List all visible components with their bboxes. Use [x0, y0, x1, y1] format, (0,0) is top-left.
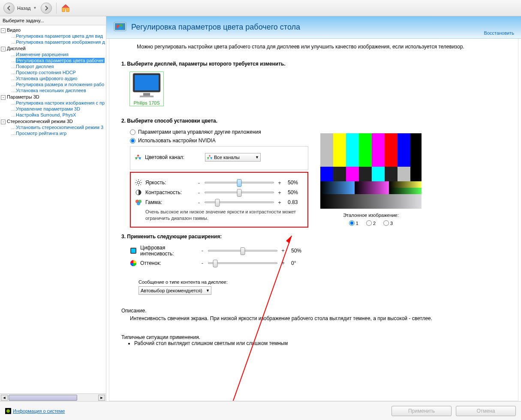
svg-rect-35	[398, 133, 410, 167]
ref-radio-2-input[interactable]	[366, 220, 372, 226]
brightness-minus[interactable]: -	[197, 180, 201, 186]
gamma-value: 0.83	[288, 199, 303, 205]
content-type-dropdown[interactable]: Автовыбор (рекомендуется) ▼	[139, 286, 211, 295]
digital-thumb[interactable]	[241, 247, 245, 255]
treeview[interactable]: -Видео…Регулировка параметров цвета для …	[0, 25, 106, 393]
apply-button[interactable]: Применить	[392, 406, 452, 416]
svg-marker-10	[135, 157, 138, 160]
tree-toggle[interactable]: -	[1, 95, 6, 100]
monitor-label: Philips 170S	[130, 100, 163, 105]
tree-link[interactable]: Просмотр состояния HDCP	[16, 70, 76, 75]
svg-rect-44	[398, 167, 410, 181]
brightness-plus[interactable]: +	[277, 180, 282, 186]
reference-image	[320, 133, 422, 209]
tree-link[interactable]: Установка цифрового аудио	[16, 76, 77, 81]
hue-slider[interactable]	[208, 262, 277, 264]
restore-link[interactable]: Восстановить	[484, 30, 514, 36]
gamma-minus[interactable]: -	[197, 199, 201, 206]
hue-thumb[interactable]	[213, 260, 218, 267]
ref-radio-1[interactable]: 1	[349, 220, 358, 226]
tree-link[interactable]: Просмотр рейтинга игр	[16, 131, 66, 136]
radio-other-apps[interactable]: Параметрами цвета управляют другие прило…	[130, 129, 308, 135]
tree-toggle[interactable]: -	[1, 47, 6, 51]
scroll-thumb[interactable]	[9, 395, 77, 401]
content: Регулировка параметров цвета рабочего ст…	[106, 16, 521, 401]
tree-category[interactable]: Дисплей	[7, 46, 26, 51]
sidebar-title: Выберите задачу...	[0, 16, 106, 25]
monitor-thumbnail[interactable]: Philips 170S	[130, 72, 163, 106]
radio-nvidia[interactable]: Использовать настройки NVIDIA	[130, 138, 308, 144]
digital-plus[interactable]: +	[281, 247, 285, 254]
tree-link[interactable]: Регулировка размера и положения рабо	[16, 82, 104, 87]
scroll-left-icon[interactable]: ◄	[1, 395, 8, 401]
tree-link[interactable]: Регулировка параметров цвета для вид	[16, 33, 103, 39]
contrast-thumb[interactable]	[237, 189, 242, 197]
nvidia-eye-icon	[5, 408, 11, 414]
ref-radio-2[interactable]: 2	[366, 220, 376, 226]
tree-category[interactable]: Стереоскопический режим 3D	[7, 119, 73, 124]
tree-toggle[interactable]: -	[1, 120, 6, 124]
brightness-value: 50%	[288, 180, 303, 186]
scroll-right-icon[interactable]: ►	[98, 395, 105, 401]
svg-line-23	[136, 184, 137, 185]
tree-toggle[interactable]: -	[1, 28, 6, 33]
hue-plus[interactable]: +	[281, 260, 285, 266]
brightness-icon	[135, 179, 142, 186]
gamma-note: Очень высокое или низкое значение яркост…	[145, 209, 303, 222]
hue-minus[interactable]: -	[200, 260, 205, 266]
tree-link[interactable]: Управление параметрами 3D	[16, 106, 80, 111]
svg-rect-41	[359, 167, 372, 181]
svg-rect-45	[410, 167, 422, 181]
description-heading: Описание.	[121, 308, 506, 314]
ref-radio-3[interactable]: 3	[383, 220, 393, 226]
gamma-slider[interactable]	[205, 201, 274, 203]
digital-minus[interactable]: -	[200, 247, 205, 254]
svg-rect-36	[410, 133, 422, 167]
typical-item: Рабочий стол выглядит слишком светлым ил…	[134, 340, 506, 346]
ref-radio-1-input[interactable]	[349, 220, 355, 226]
svg-rect-39	[333, 167, 346, 181]
digital-slider[interactable]	[208, 250, 277, 252]
tree-link[interactable]: Регулировка параметров цвета рабочег	[16, 58, 105, 63]
contrast-minus[interactable]: -	[197, 189, 201, 196]
contrast-value: 50%	[288, 189, 303, 195]
back-dropdown-icon[interactable]: ▼	[33, 6, 37, 10]
contrast-plus[interactable]: +	[277, 189, 282, 196]
contrast-slider[interactable]	[205, 192, 274, 193]
svg-rect-47	[355, 181, 389, 194]
radio-nvidia-input[interactable]	[130, 138, 136, 144]
system-info-link[interactable]: Информация о системе	[5, 408, 65, 414]
ref-radio-3-input[interactable]	[383, 220, 389, 226]
toolbar: Назад ▼	[0, 0, 521, 16]
horizontal-scrollbar[interactable]: ◄ ►	[0, 393, 106, 401]
channel-dropdown[interactable]: Все каналы ▼	[205, 153, 261, 162]
gamma-plus[interactable]: +	[277, 199, 282, 206]
tree-link[interactable]: Установить стереоскопический режим 3	[16, 125, 103, 130]
gamma-thumb[interactable]	[215, 199, 220, 207]
tree-link[interactable]: Регулировка параметров изображения д	[16, 39, 105, 45]
tree-link[interactable]: Регулировка настроек изображения с пр	[16, 100, 105, 105]
tree-link[interactable]: Изменение разрешения	[16, 52, 69, 57]
radio-other-apps-input[interactable]	[130, 129, 136, 135]
typical-heading: Типичные ситуации применения.	[121, 334, 506, 340]
svg-point-15	[137, 181, 140, 184]
home-icon[interactable]	[61, 3, 70, 13]
gamma-icon	[135, 199, 142, 206]
cancel-button[interactable]: Отмена	[456, 406, 516, 416]
tree-category[interactable]: Видео	[7, 27, 21, 33]
hue-value: 0°	[291, 260, 307, 266]
svg-rect-30	[333, 133, 346, 167]
svg-point-57	[6, 409, 10, 413]
svg-line-20	[136, 180, 137, 181]
brightness-thumb[interactable]	[237, 179, 242, 187]
reference-label: Эталонное изображение:	[320, 213, 422, 218]
tree-link[interactable]: Поворот дисплея	[16, 64, 54, 69]
brightness-slider[interactable]	[205, 182, 274, 183]
forward-button[interactable]	[41, 3, 52, 14]
tree-link[interactable]: Настройка Surround, PhysX	[16, 112, 76, 117]
svg-rect-38	[320, 167, 333, 181]
tree-category[interactable]: Параметры 3D	[7, 94, 39, 99]
back-button[interactable]	[3, 3, 15, 14]
hue-label: Оттенок:	[140, 260, 200, 266]
tree-link[interactable]: Установка нескольких дисплеев	[16, 88, 86, 93]
